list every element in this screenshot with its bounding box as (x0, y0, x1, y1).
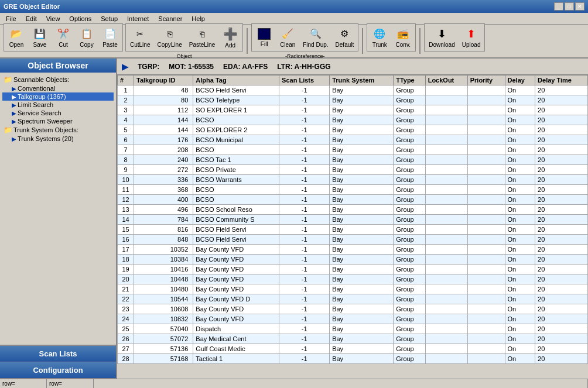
fill-button[interactable]: Fill (253, 25, 275, 50)
status-extra (94, 379, 588, 388)
table-row[interactable]: 2857168Tactical 1-1BayGroupOn20 (118, 354, 588, 364)
radio-toolbar-group: Fill 🧹 Clean 🔍 Find Dup. ⚙ Default -Radi… (251, 23, 358, 51)
table-row[interactable]: 10336BCSO Warrants-1BayGroupOn20 (118, 175, 588, 185)
window-title: GRE Object Editor (4, 3, 60, 10)
save-button[interactable]: 💾 Save (29, 25, 51, 50)
sidebar-tree[interactable]: 📁 Scannable Objects: ▶ Conventional ▶ Ta… (0, 73, 116, 345)
arrow-icon-limit: ▶ (12, 102, 16, 108)
sidebar-item-trunk-systems[interactable]: ▶ Trunk Systems (20) (2, 135, 114, 143)
sidebar-folder-scannable-label: Scannable Objects: (13, 76, 69, 83)
table-row[interactable]: 7208BCSO-1BayGroupOn20 (118, 145, 588, 155)
table-row[interactable]: 12400BCSO-1BayGroupOn20 (118, 195, 588, 205)
sidebar-item-talkgroup[interactable]: ▶ Talkgroup (1367) (2, 92, 114, 101)
menu-view[interactable]: View (43, 15, 64, 23)
close-button[interactable]: ✕ (575, 2, 584, 11)
download-icon: ⬇ (435, 27, 449, 40)
menu-setup[interactable]: Setup (97, 15, 121, 23)
table-row[interactable]: 2110480Bay County VFD-1BayGroupOn20 (118, 284, 588, 294)
cutline-button[interactable]: ✂ CutLine (127, 25, 153, 50)
table-row[interactable]: 5144SO EXPLORER 2-1BayGroupOn20 (118, 125, 588, 135)
menu-bar: File Edit View Options Setup Internet Sc… (0, 13, 588, 25)
upload-icon: ⬆ (464, 27, 478, 40)
table-row[interactable]: 1810384Bay County VFD-1BayGroupOn20 (118, 255, 588, 265)
table-container[interactable]: # Talkgroup ID Alpha Tag Scan Lists Trun… (117, 75, 588, 379)
table-row[interactable]: 8240BCSO Tac 1-1BayGroupOn20 (118, 155, 588, 165)
table-row[interactable]: 15816BCSO Field Servi-1BayGroupOn20 (118, 225, 588, 235)
col-lockout: LockOut (425, 75, 467, 85)
col-talkgroup-id: Talkgroup ID (134, 75, 193, 85)
table-row[interactable]: 13496BCSO School Reso-1BayGroupOn20 (118, 205, 588, 215)
table-row[interactable]: 148BCSO Field Servi-1BayGroupOn20 (118, 85, 588, 95)
col-alpha-tag: Alpha Tag (193, 75, 279, 85)
table-row[interactable]: 9272BCSO Private-1BayGroupOn20 (118, 165, 588, 175)
menu-scanner[interactable]: Scanner (155, 15, 186, 23)
header-ltr: LTR: A-HH-GGG (277, 63, 330, 71)
copy-button[interactable]: 📋 Copy (76, 25, 98, 50)
clean-button[interactable]: 🧹 Clean (276, 25, 299, 50)
cut-button[interactable]: ✂️ Cut (52, 25, 74, 50)
table-row[interactable]: 2010448Bay County VFD-1BayGroupOn20 (118, 274, 588, 284)
sidebar-folder-scannable[interactable]: 📁 Scannable Objects: (2, 75, 114, 84)
table-row[interactable]: 6176BCSO Municipal-1BayGroupOn20 (118, 135, 588, 145)
table-row[interactable]: 1710352Bay County VFD-1BayGroupOn20 (118, 245, 588, 255)
configuration-button[interactable]: Configuration (0, 362, 116, 379)
sidebar-item-conventional[interactable]: ▶ Conventional (2, 84, 114, 92)
sidebar-folder-trunk[interactable]: 📁 Trunk System Objects: (2, 125, 114, 135)
file-toolbar-group: 📂 Open 💾 Save ✂️ Cut 📋 Copy 📄 Paste (4, 23, 123, 51)
menu-file[interactable]: File (2, 15, 20, 23)
trunk-button[interactable]: 🌐 Trunk (368, 25, 391, 50)
menu-help[interactable]: Help (188, 15, 208, 23)
col-delay-time: Delay Time (535, 75, 588, 85)
sidebar-item-service-search[interactable]: ▶ Service Search (2, 109, 114, 117)
pasteline-button[interactable]: ⎗ PasteLine (186, 25, 218, 50)
paste-button[interactable]: 📄 Paste (99, 25, 121, 50)
table-row[interactable]: 280BCSO Teletype-1BayGroupOn20 (118, 95, 588, 105)
sidebar-item-trunk-systems-label: Trunk Systems (20) (18, 135, 74, 142)
table-row[interactable]: 3112SO EXPLORER 1-1BayGroupOn20 (118, 105, 588, 115)
sidebar-title: Object Browser (0, 59, 116, 73)
table-row[interactable]: 2210544Bay County VFD D-1BayGroupOn20 (118, 294, 588, 304)
table-row[interactable]: 11368BCSO-1BayGroupOn20 (118, 185, 588, 195)
copy-icon: 📋 (80, 27, 94, 40)
table-row[interactable]: 2410832Bay County VFD-1BayGroupOn20 (118, 314, 588, 324)
paste-icon: 📄 (103, 27, 117, 40)
open-button[interactable]: 📂 Open (5, 25, 28, 50)
table-row[interactable]: 14784BCSO Community S-1BayGroupOn20 (118, 215, 588, 225)
header-mot: MOT: 1-65535 (169, 63, 214, 71)
header-eda: EDA: AA-FFS (223, 63, 268, 71)
trunk-icon: 🌐 (372, 27, 387, 40)
default-button[interactable]: ⚙ Default (333, 25, 357, 50)
table-row[interactable]: 2757136Gulf Coast Medic-1BayGroupOn20 (118, 344, 588, 354)
sidebar: Object Browser 📁 Scannable Objects: ▶ Co… (0, 59, 117, 379)
download-button[interactable]: ⬇ Download (426, 25, 457, 50)
conv-button[interactable]: 📻 Conv. (392, 25, 414, 50)
col-trunk-system: Trunk System (330, 75, 394, 85)
upload-button[interactable]: ⬆ Upload (459, 25, 484, 50)
sidebar-item-spectrum[interactable]: ▶ Spectrum Sweeper (2, 117, 114, 125)
minimize-button[interactable]: _ (554, 2, 563, 11)
menu-internet[interactable]: Internet (124, 15, 152, 23)
header-arrow: ▶ (122, 62, 128, 71)
add-button[interactable]: ➕ Add (219, 25, 241, 50)
table-row[interactable]: 2310608Bay County VFD-1BayGroupOn20 (118, 304, 588, 314)
main-area: Object Browser 📁 Scannable Objects: ▶ Co… (0, 59, 588, 379)
menu-options[interactable]: Options (66, 15, 95, 23)
copyline-button[interactable]: ⎘ CopyLine (154, 25, 184, 50)
maximize-button[interactable]: □ (565, 2, 574, 11)
toolbar-separator-3 (419, 28, 421, 54)
clean-icon: 🧹 (281, 27, 295, 40)
menu-edit[interactable]: Edit (22, 15, 40, 23)
table-row[interactable]: 2557040Dispatch-1BayGroupOn20 (118, 324, 588, 334)
find-dup-button[interactable]: 🔍 Find Dup. (300, 25, 331, 50)
table-row[interactable]: 1910416Bay County VFD-1BayGroupOn20 (118, 265, 588, 274)
table-row[interactable]: 2657072Bay Medical Cent-1BayGroupOn20 (118, 334, 588, 344)
open-icon: 📂 (9, 27, 23, 40)
table-body[interactable]: 148BCSO Field Servi-1BayGroupOn20280BCSO… (118, 85, 588, 364)
arrow-icon-talkgroup: ▶ (12, 94, 16, 100)
scan-lists-button[interactable]: Scan Lists (0, 346, 116, 362)
table-row[interactable]: 16848BCSO Field Servi-1BayGroupOn20 (118, 235, 588, 245)
folder-icon-trunk: 📁 (4, 126, 12, 134)
col-delay: Delay (505, 75, 535, 85)
table-row[interactable]: 4144BCSO-1BayGroupOn20 (118, 115, 588, 125)
sidebar-item-limit-search[interactable]: ▶ Limit Search (2, 101, 114, 109)
